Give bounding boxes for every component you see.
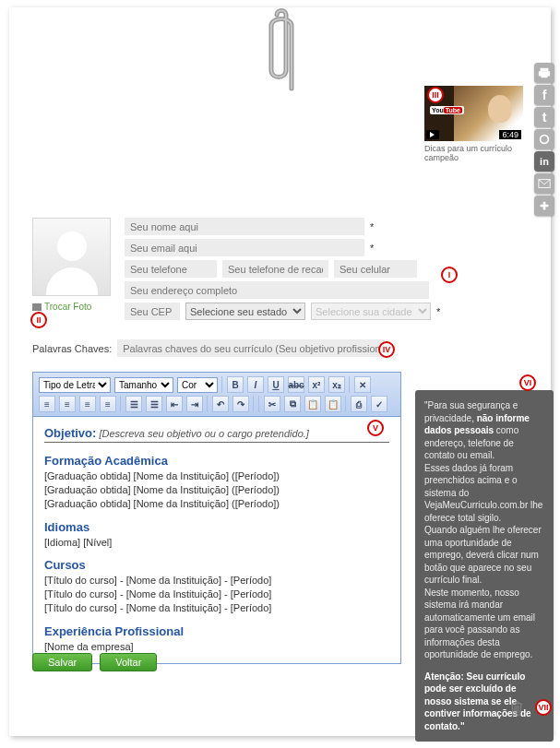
page: f t in YouTube 6:49 Dicas para um curríc… [9, 7, 551, 736]
spellcheck-button[interactable]: ✓ [371, 396, 387, 412]
courses-list: [Título do curso] - [Nome da Instituição… [44, 574, 389, 615]
indent-button[interactable]: ⇥ [186, 396, 203, 412]
clear-format-button[interactable]: ✕ [354, 376, 371, 393]
align-justify-button[interactable]: ≡ [100, 396, 116, 412]
cell-input[interactable] [334, 260, 417, 278]
name-input[interactable] [125, 218, 364, 235]
underline-button[interactable]: U [268, 376, 284, 393]
alt-phone-input[interactable] [222, 260, 328, 278]
rich-editor: Tipo de Letra Tamanho Cor B I U abc x² x… [32, 372, 401, 664]
back-button[interactable]: Voltar [100, 653, 157, 671]
paste-text-button[interactable]: 📋 [325, 396, 341, 412]
email-icon[interactable] [534, 173, 554, 194]
add-icon[interactable] [534, 196, 554, 216]
print-button[interactable]: ⎙ [351, 396, 367, 412]
experience-heading: Experiência Profissional [44, 624, 389, 638]
paperclip-icon [258, 6, 309, 109]
svg-point-3 [541, 136, 549, 144]
camera-icon [32, 303, 42, 311]
editor-toolbar: Tipo de Letra Tamanho Cor B I U abc x² x… [32, 372, 401, 417]
facebook-icon[interactable]: f [534, 85, 554, 105]
subscript-button[interactable]: x₂ [328, 376, 345, 393]
undo-button[interactable]: ↶ [212, 396, 229, 412]
paste-button[interactable]: 📋 [304, 396, 321, 412]
italic-button[interactable]: I [247, 376, 264, 393]
align-right-button[interactable]: ≡ [79, 396, 96, 412]
marker-iv: IV [378, 341, 395, 358]
redo-button[interactable]: ↷ [232, 396, 249, 412]
save-button[interactable]: Salvar [32, 653, 92, 671]
strike-button[interactable]: abc [288, 376, 304, 393]
youtube-logo-icon: YouTube [430, 106, 464, 114]
city-select: Selecione sua cidade [311, 303, 431, 320]
marker-ii: II [30, 312, 47, 328]
state-select[interactable]: Selecione seu estado [185, 303, 305, 320]
keywords-label: Palavras Chaves: [32, 343, 112, 354]
social-rail: f t in [534, 63, 554, 216]
trash-icon[interactable] [510, 701, 523, 716]
cep-input[interactable] [125, 303, 180, 320]
marker-iii: III [427, 87, 444, 103]
size-select[interactable]: Tamanho [114, 377, 173, 393]
unordered-list-button[interactable]: ☰ [146, 396, 162, 412]
objective-heading: Objetivo: [44, 426, 96, 440]
objective-placeholder: [Descreva seu objetivo ou o cargo preten… [99, 428, 308, 439]
editor-body[interactable]: Objetivo: [Descreva seu objetivo ou o ca… [32, 417, 401, 664]
cut-button[interactable]: ✂ [264, 396, 280, 412]
education-list: [Graduação obtida] [Nome da Instituição]… [44, 469, 389, 511]
video-duration: 6:49 [499, 130, 521, 139]
orkut-icon[interactable] [534, 129, 554, 149]
swap-photo-label: Trocar Foto [44, 302, 91, 312]
ordered-list-button[interactable]: ☰ [125, 396, 142, 412]
phone-input[interactable] [125, 260, 217, 278]
form-actions: Salvar Voltar [32, 653, 157, 671]
align-left-button[interactable]: ≡ [39, 396, 55, 412]
video-caption: Dicas para um currículo campeão [424, 144, 523, 162]
play-icon[interactable] [426, 130, 439, 139]
outdent-button[interactable]: ⇤ [166, 396, 183, 412]
courses-heading: Cursos [44, 558, 389, 572]
print-icon[interactable] [534, 63, 554, 83]
swap-photo-link[interactable]: Trocar Foto [32, 302, 115, 312]
superscript-button[interactable]: x² [308, 376, 325, 393]
email-input[interactable] [125, 239, 364, 256]
svg-rect-0 [541, 68, 549, 72]
avatar-placeholder [32, 218, 111, 296]
education-heading: Formação Acadêmica [44, 454, 389, 468]
marker-vii: VII [535, 699, 552, 716]
languages-heading: Idiomas [44, 520, 389, 534]
linkedin-icon[interactable]: in [534, 151, 554, 172]
keywords-row: Palavras Chaves: [32, 339, 523, 357]
color-select[interactable]: Cor [177, 377, 218, 393]
bold-button[interactable]: B [227, 376, 244, 393]
privacy-tip: "Para sua segurança e privacidade, não i… [415, 390, 554, 742]
required-mark: * [370, 221, 374, 232]
marker-vi: VI [519, 374, 536, 391]
font-select[interactable]: Tipo de Letra [39, 377, 111, 393]
copy-button[interactable]: ⧉ [284, 396, 301, 412]
marker-i: I [441, 267, 458, 283]
svg-rect-2 [542, 75, 548, 78]
address-input[interactable] [125, 281, 429, 299]
twitter-icon[interactable]: t [534, 107, 554, 127]
align-center-button[interactable]: ≡ [59, 396, 76, 412]
marker-v: V [367, 420, 384, 436]
keywords-input[interactable] [117, 339, 385, 357]
